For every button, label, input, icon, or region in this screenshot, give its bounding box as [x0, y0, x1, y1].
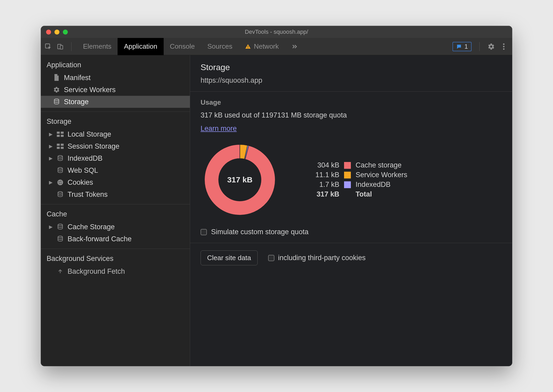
svg-rect-2 [60, 45, 63, 49]
sidebar-item-local-storage[interactable]: ▶ Local Storage [41, 128, 190, 140]
sidebar-item-label: Trust Tokens [68, 191, 108, 199]
legend-label: IndexedDB [356, 181, 391, 189]
svg-point-21 [60, 181, 61, 182]
clear-site-data-button[interactable]: Clear site data [201, 250, 258, 265]
legend-row-indexeddb: 1.7 kB IndexedDB [305, 181, 407, 189]
window-controls [41, 30, 68, 35]
usage-heading: Usage [201, 98, 502, 107]
svg-rect-11 [57, 135, 60, 137]
cookie-icon [57, 179, 64, 186]
database-icon [57, 191, 64, 198]
sidebar-item-bfcache[interactable]: ▶ Back-forward Cache [41, 233, 190, 245]
svg-point-22 [61, 183, 62, 184]
donut-center-label: 317 kB [201, 141, 279, 219]
disclosure-triangle-icon[interactable]: ▶ [49, 180, 53, 185]
device-toolbar-icon[interactable] [57, 43, 64, 50]
sidebar-item-storage[interactable]: Storage [41, 96, 190, 108]
tab-elements[interactable]: Elements [77, 38, 118, 55]
sidebar-item-cache-storage[interactable]: ▶ Cache Storage [41, 221, 190, 233]
svg-point-23 [59, 183, 60, 184]
sidebar-item-manifest[interactable]: Manifest [41, 72, 190, 84]
svg-point-7 [503, 48, 505, 50]
tab-label: Elements [83, 42, 111, 51]
svg-rect-13 [57, 144, 60, 146]
tab-network[interactable]: Network [239, 38, 285, 55]
legend-label: Cache storage [356, 161, 402, 169]
svg-rect-15 [57, 147, 60, 149]
tab-overflow[interactable] [285, 38, 304, 55]
sidebar-item-label: Back-forward Cache [68, 235, 132, 243]
svg-point-18 [58, 167, 62, 169]
tab-sources[interactable]: Sources [201, 38, 239, 55]
disclosure-triangle-icon[interactable]: ▶ [49, 131, 53, 137]
application-sidebar: Application Manifest Service Workers Sto… [41, 55, 190, 366]
tab-label: Console [170, 42, 195, 51]
sidebar-item-background-fetch[interactable]: ▶ Background Fetch [41, 265, 190, 277]
window-title: DevTools - squoosh.app/ [41, 29, 512, 35]
svg-point-5 [503, 43, 505, 45]
legend-label: Service Workers [356, 171, 407, 179]
svg-rect-10 [61, 132, 64, 134]
devtools-tabbar: Elements Application Console Sources Net… [41, 38, 512, 55]
database-icon [57, 223, 64, 231]
panel-title: Storage [201, 63, 502, 72]
sidebar-item-trust-tokens[interactable]: ▶ Trust Tokens [41, 188, 190, 200]
zoom-window-button[interactable] [63, 30, 68, 35]
disclosure-triangle-icon[interactable]: ▶ [49, 224, 53, 230]
legend-swatch [344, 172, 351, 178]
tab-application[interactable]: Application [118, 38, 163, 55]
learn-more-link[interactable]: Learn more [201, 125, 237, 133]
inspect-element-icon[interactable] [45, 43, 52, 50]
svg-point-19 [57, 180, 63, 185]
table-icon [57, 131, 64, 138]
kebab-menu-icon[interactable] [500, 43, 507, 50]
panel-origin: https://squoosh.app [201, 76, 502, 85]
legend-row-service-workers: 11.1 kB Service Workers [305, 171, 407, 179]
manifest-icon [53, 74, 60, 81]
svg-rect-12 [61, 135, 64, 137]
sidebar-section-background-services: Background Services ▶ Background Fetch [41, 249, 190, 281]
settings-icon[interactable] [488, 43, 495, 50]
database-icon [57, 155, 64, 162]
disclosure-triangle-icon[interactable]: ▶ [49, 155, 53, 161]
sidebar-item-label: Local Storage [68, 130, 111, 138]
table-icon [57, 143, 64, 150]
separator [71, 42, 71, 51]
issues-badge[interactable]: 1 [452, 42, 472, 51]
simulate-quota-label: Simulate custom storage quota [211, 228, 308, 236]
sidebar-item-label: Storage [64, 98, 89, 106]
sidebar-item-label: IndexedDB [68, 154, 103, 163]
database-icon [57, 167, 64, 174]
legend-row-cache-storage: 304 kB Cache storage [305, 161, 407, 169]
sidebar-item-websql[interactable]: ▶ Web SQL [41, 164, 190, 176]
svg-point-26 [58, 236, 62, 238]
usage-donut-chart: 317 kB [201, 141, 279, 219]
sidebar-item-label: Web SQL [68, 166, 98, 175]
sidebar-item-session-storage[interactable]: ▶ Session Storage [41, 140, 190, 152]
svg-point-6 [503, 46, 505, 47]
svg-point-25 [58, 224, 62, 226]
tab-console[interactable]: Console [164, 38, 201, 55]
close-window-button[interactable] [46, 30, 51, 35]
legend-swatch [344, 162, 351, 169]
svg-point-8 [54, 99, 59, 101]
third-party-checkbox[interactable] [268, 255, 274, 261]
minimize-window-button[interactable] [54, 30, 59, 35]
sidebar-item-cookies[interactable]: ▶ Cookies [41, 176, 190, 188]
sidebar-item-label: Service Workers [64, 86, 116, 94]
database-icon [53, 98, 60, 105]
storage-panel: Storage https://squoosh.app Usage 317 kB… [190, 55, 512, 366]
svg-point-20 [59, 181, 59, 182]
simulate-quota-checkbox[interactable] [201, 229, 207, 235]
disclosure-triangle-icon[interactable]: ▶ [49, 143, 53, 149]
sidebar-item-indexeddb[interactable]: ▶ IndexedDB [41, 152, 190, 164]
legend-value: 304 kB [305, 161, 339, 169]
tab-label: Application [124, 42, 157, 51]
legend-row-total: 317 kB Total [305, 190, 407, 198]
upload-icon [57, 268, 64, 275]
usage-section: Usage 317 kB used out of 1197131 MB stor… [190, 92, 512, 243]
sidebar-item-service-workers[interactable]: Service Workers [41, 84, 190, 96]
issue-icon [456, 44, 462, 49]
gear-icon [53, 86, 60, 93]
panel-header: Storage https://squoosh.app [190, 55, 512, 92]
